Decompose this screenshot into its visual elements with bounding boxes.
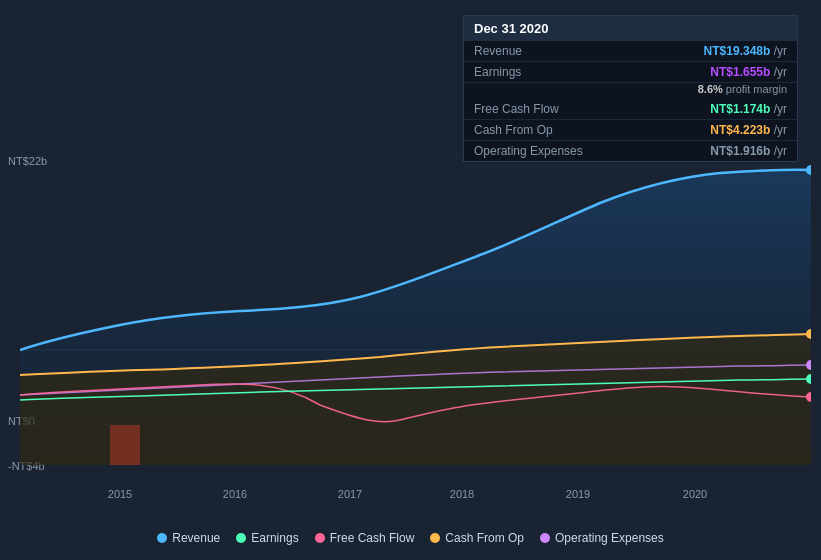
- legend-dot-revenue: [157, 533, 167, 543]
- tooltip-profit-margin: 8.6% profit margin: [464, 83, 797, 99]
- legend-item-opex[interactable]: Operating Expenses: [540, 531, 664, 545]
- x-label-2016: 2016: [223, 488, 247, 500]
- legend-dot-cashfromop: [430, 533, 440, 543]
- legend-dot-earnings: [236, 533, 246, 543]
- legend-label-earnings: Earnings: [251, 531, 298, 545]
- tooltip-row-revenue: Revenue NT$19.348b /yr: [464, 41, 797, 62]
- legend-label-cashfromop: Cash From Op: [445, 531, 524, 545]
- svg-rect-4: [110, 425, 140, 465]
- tooltip-header: Dec 31 2020: [464, 16, 797, 41]
- tooltip-value-revenue: NT$19.348b /yr: [704, 44, 787, 58]
- tooltip-value-fcf: NT$1.174b /yr: [710, 102, 787, 116]
- tooltip-value-opex: NT$1.916b /yr: [710, 144, 787, 158]
- legend-dot-fcf: [315, 533, 325, 543]
- tooltip-label-revenue: Revenue: [474, 44, 594, 58]
- tooltip-value-cashfromop: NT$4.223b /yr: [710, 123, 787, 137]
- tooltip-label-earnings: Earnings: [474, 65, 594, 79]
- x-label-2015: 2015: [108, 488, 132, 500]
- legend-item-cashfromop[interactable]: Cash From Op: [430, 531, 524, 545]
- tooltip-value-earnings: NT$1.655b /yr: [710, 65, 787, 79]
- legend-item-revenue[interactable]: Revenue: [157, 531, 220, 545]
- tooltip-row-earnings: Earnings NT$1.655b /yr: [464, 62, 797, 83]
- legend-item-fcf[interactable]: Free Cash Flow: [315, 531, 415, 545]
- x-label-2020: 2020: [683, 488, 707, 500]
- chart-svg: [20, 155, 811, 465]
- legend-item-earnings[interactable]: Earnings: [236, 531, 298, 545]
- chart-container: Dec 31 2020 Revenue NT$19.348b /yr Earni…: [0, 0, 821, 560]
- legend-dot-opex: [540, 533, 550, 543]
- tooltip-row-opex: Operating Expenses NT$1.916b /yr: [464, 141, 797, 161]
- tooltip-row-cashfromop: Cash From Op NT$4.223b /yr: [464, 120, 797, 141]
- x-label-2017: 2017: [338, 488, 362, 500]
- tooltip-row-fcf: Free Cash Flow NT$1.174b /yr: [464, 99, 797, 120]
- legend-label-revenue: Revenue: [172, 531, 220, 545]
- tooltip-label-fcf: Free Cash Flow: [474, 102, 594, 116]
- legend-label-fcf: Free Cash Flow: [330, 531, 415, 545]
- tooltip-label-opex: Operating Expenses: [474, 144, 594, 158]
- x-label-2019: 2019: [566, 488, 590, 500]
- tooltip-box: Dec 31 2020 Revenue NT$19.348b /yr Earni…: [463, 15, 798, 162]
- tooltip-label-cashfromop: Cash From Op: [474, 123, 594, 137]
- chart-legend: Revenue Earnings Free Cash Flow Cash Fro…: [0, 531, 821, 545]
- x-label-2018: 2018: [450, 488, 474, 500]
- legend-label-opex: Operating Expenses: [555, 531, 664, 545]
